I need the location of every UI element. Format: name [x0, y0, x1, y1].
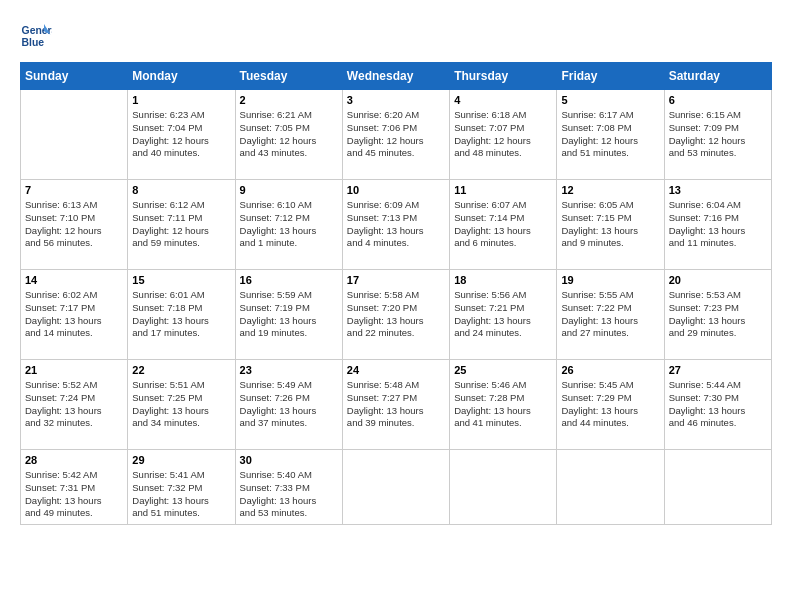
logo: General Blue: [20, 20, 56, 52]
calendar-cell: [342, 450, 449, 525]
day-info: Sunrise: 6:01 AM Sunset: 7:18 PM Dayligh…: [132, 289, 230, 340]
day-info: Sunrise: 5:41 AM Sunset: 7:32 PM Dayligh…: [132, 469, 230, 520]
day-info: Sunrise: 6:07 AM Sunset: 7:14 PM Dayligh…: [454, 199, 552, 250]
calendar-cell: [21, 90, 128, 180]
day-number: 8: [132, 184, 230, 196]
calendar-cell: 22Sunrise: 5:51 AM Sunset: 7:25 PM Dayli…: [128, 360, 235, 450]
page-header: General Blue: [20, 20, 772, 52]
day-number: 11: [454, 184, 552, 196]
header-wednesday: Wednesday: [342, 63, 449, 90]
calendar-cell: [450, 450, 557, 525]
day-number: 16: [240, 274, 338, 286]
day-number: 28: [25, 454, 123, 466]
day-info: Sunrise: 6:21 AM Sunset: 7:05 PM Dayligh…: [240, 109, 338, 160]
day-number: 29: [132, 454, 230, 466]
calendar-cell: 4Sunrise: 6:18 AM Sunset: 7:07 PM Daylig…: [450, 90, 557, 180]
day-info: Sunrise: 6:09 AM Sunset: 7:13 PM Dayligh…: [347, 199, 445, 250]
calendar-cell: 11Sunrise: 6:07 AM Sunset: 7:14 PM Dayli…: [450, 180, 557, 270]
day-number: 10: [347, 184, 445, 196]
day-number: 25: [454, 364, 552, 376]
day-number: 2: [240, 94, 338, 106]
calendar-week-row: 28Sunrise: 5:42 AM Sunset: 7:31 PM Dayli…: [21, 450, 772, 525]
calendar-cell: 10Sunrise: 6:09 AM Sunset: 7:13 PM Dayli…: [342, 180, 449, 270]
day-info: Sunrise: 5:46 AM Sunset: 7:28 PM Dayligh…: [454, 379, 552, 430]
calendar-cell: 20Sunrise: 5:53 AM Sunset: 7:23 PM Dayli…: [664, 270, 771, 360]
calendar-cell: 2Sunrise: 6:21 AM Sunset: 7:05 PM Daylig…: [235, 90, 342, 180]
day-info: Sunrise: 6:12 AM Sunset: 7:11 PM Dayligh…: [132, 199, 230, 250]
day-info: Sunrise: 5:58 AM Sunset: 7:20 PM Dayligh…: [347, 289, 445, 340]
day-number: 9: [240, 184, 338, 196]
day-info: Sunrise: 5:56 AM Sunset: 7:21 PM Dayligh…: [454, 289, 552, 340]
header-friday: Friday: [557, 63, 664, 90]
header-thursday: Thursday: [450, 63, 557, 90]
header-tuesday: Tuesday: [235, 63, 342, 90]
day-number: 5: [561, 94, 659, 106]
day-info: Sunrise: 5:53 AM Sunset: 7:23 PM Dayligh…: [669, 289, 767, 340]
calendar-cell: 7Sunrise: 6:13 AM Sunset: 7:10 PM Daylig…: [21, 180, 128, 270]
day-info: Sunrise: 6:10 AM Sunset: 7:12 PM Dayligh…: [240, 199, 338, 250]
day-info: Sunrise: 5:52 AM Sunset: 7:24 PM Dayligh…: [25, 379, 123, 430]
calendar-header-row: SundayMondayTuesdayWednesdayThursdayFrid…: [21, 63, 772, 90]
calendar-cell: 19Sunrise: 5:55 AM Sunset: 7:22 PM Dayli…: [557, 270, 664, 360]
day-number: 17: [347, 274, 445, 286]
day-number: 30: [240, 454, 338, 466]
day-info: Sunrise: 6:20 AM Sunset: 7:06 PM Dayligh…: [347, 109, 445, 160]
calendar-week-row: 1Sunrise: 6:23 AM Sunset: 7:04 PM Daylig…: [21, 90, 772, 180]
day-info: Sunrise: 6:18 AM Sunset: 7:07 PM Dayligh…: [454, 109, 552, 160]
calendar-cell: 27Sunrise: 5:44 AM Sunset: 7:30 PM Dayli…: [664, 360, 771, 450]
day-number: 4: [454, 94, 552, 106]
calendar-cell: 14Sunrise: 6:02 AM Sunset: 7:17 PM Dayli…: [21, 270, 128, 360]
day-info: Sunrise: 6:17 AM Sunset: 7:08 PM Dayligh…: [561, 109, 659, 160]
day-info: Sunrise: 5:51 AM Sunset: 7:25 PM Dayligh…: [132, 379, 230, 430]
day-info: Sunrise: 5:48 AM Sunset: 7:27 PM Dayligh…: [347, 379, 445, 430]
day-number: 24: [347, 364, 445, 376]
header-monday: Monday: [128, 63, 235, 90]
calendar-week-row: 14Sunrise: 6:02 AM Sunset: 7:17 PM Dayli…: [21, 270, 772, 360]
calendar-cell: 1Sunrise: 6:23 AM Sunset: 7:04 PM Daylig…: [128, 90, 235, 180]
day-info: Sunrise: 5:42 AM Sunset: 7:31 PM Dayligh…: [25, 469, 123, 520]
day-number: 12: [561, 184, 659, 196]
calendar-cell: 25Sunrise: 5:46 AM Sunset: 7:28 PM Dayli…: [450, 360, 557, 450]
day-info: Sunrise: 6:05 AM Sunset: 7:15 PM Dayligh…: [561, 199, 659, 250]
day-number: 6: [669, 94, 767, 106]
day-number: 22: [132, 364, 230, 376]
calendar-cell: 3Sunrise: 6:20 AM Sunset: 7:06 PM Daylig…: [342, 90, 449, 180]
day-number: 1: [132, 94, 230, 106]
day-number: 7: [25, 184, 123, 196]
logo-icon: General Blue: [20, 20, 52, 52]
calendar-cell: 17Sunrise: 5:58 AM Sunset: 7:20 PM Dayli…: [342, 270, 449, 360]
calendar-cell: 9Sunrise: 6:10 AM Sunset: 7:12 PM Daylig…: [235, 180, 342, 270]
calendar-cell: [664, 450, 771, 525]
header-saturday: Saturday: [664, 63, 771, 90]
calendar-cell: 16Sunrise: 5:59 AM Sunset: 7:19 PM Dayli…: [235, 270, 342, 360]
day-info: Sunrise: 6:23 AM Sunset: 7:04 PM Dayligh…: [132, 109, 230, 160]
header-sunday: Sunday: [21, 63, 128, 90]
day-number: 27: [669, 364, 767, 376]
day-info: Sunrise: 6:02 AM Sunset: 7:17 PM Dayligh…: [25, 289, 123, 340]
day-info: Sunrise: 5:45 AM Sunset: 7:29 PM Dayligh…: [561, 379, 659, 430]
day-number: 18: [454, 274, 552, 286]
calendar-cell: 26Sunrise: 5:45 AM Sunset: 7:29 PM Dayli…: [557, 360, 664, 450]
calendar-cell: 8Sunrise: 6:12 AM Sunset: 7:11 PM Daylig…: [128, 180, 235, 270]
calendar-table: SundayMondayTuesdayWednesdayThursdayFrid…: [20, 62, 772, 525]
day-number: 15: [132, 274, 230, 286]
calendar-week-row: 21Sunrise: 5:52 AM Sunset: 7:24 PM Dayli…: [21, 360, 772, 450]
calendar-cell: 21Sunrise: 5:52 AM Sunset: 7:24 PM Dayli…: [21, 360, 128, 450]
calendar-cell: 6Sunrise: 6:15 AM Sunset: 7:09 PM Daylig…: [664, 90, 771, 180]
day-info: Sunrise: 5:44 AM Sunset: 7:30 PM Dayligh…: [669, 379, 767, 430]
day-number: 3: [347, 94, 445, 106]
calendar-cell: 13Sunrise: 6:04 AM Sunset: 7:16 PM Dayli…: [664, 180, 771, 270]
calendar-cell: 28Sunrise: 5:42 AM Sunset: 7:31 PM Dayli…: [21, 450, 128, 525]
day-info: Sunrise: 6:13 AM Sunset: 7:10 PM Dayligh…: [25, 199, 123, 250]
calendar-cell: 24Sunrise: 5:48 AM Sunset: 7:27 PM Dayli…: [342, 360, 449, 450]
calendar-cell: 23Sunrise: 5:49 AM Sunset: 7:26 PM Dayli…: [235, 360, 342, 450]
day-info: Sunrise: 5:55 AM Sunset: 7:22 PM Dayligh…: [561, 289, 659, 340]
day-number: 14: [25, 274, 123, 286]
calendar-cell: [557, 450, 664, 525]
day-number: 26: [561, 364, 659, 376]
calendar-cell: 12Sunrise: 6:05 AM Sunset: 7:15 PM Dayli…: [557, 180, 664, 270]
day-info: Sunrise: 6:15 AM Sunset: 7:09 PM Dayligh…: [669, 109, 767, 160]
day-number: 13: [669, 184, 767, 196]
calendar-cell: 15Sunrise: 6:01 AM Sunset: 7:18 PM Dayli…: [128, 270, 235, 360]
day-number: 23: [240, 364, 338, 376]
